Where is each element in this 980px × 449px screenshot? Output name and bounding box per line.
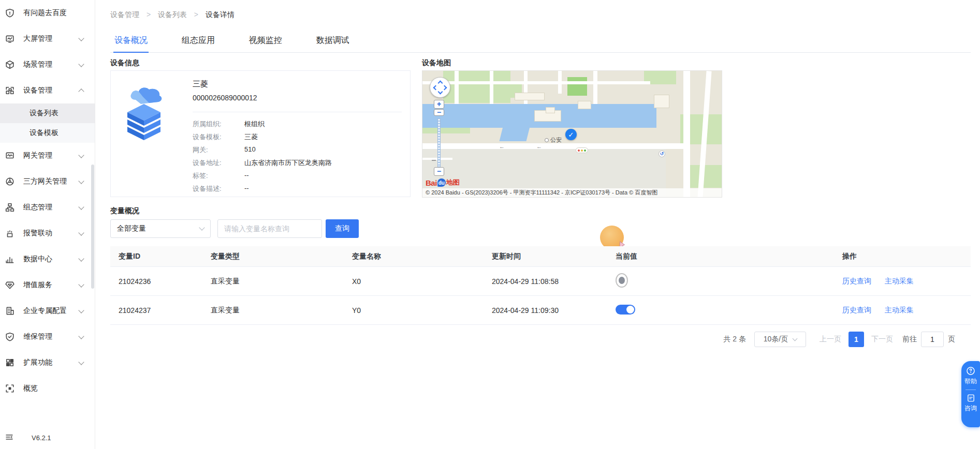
- map-poi-police: 公安: [545, 136, 562, 144]
- zoom-out-button[interactable]: −: [434, 109, 444, 116]
- pan-right-icon[interactable]: [442, 85, 447, 91]
- zoom-out-bottom-button[interactable]: −: [434, 167, 444, 176]
- zoom-in-button[interactable]: +: [434, 100, 444, 109]
- map-green-area: [690, 165, 722, 188]
- page-number-button[interactable]: 1: [849, 332, 864, 347]
- sidebar-item-value-service[interactable]: 增值服务: [0, 272, 95, 298]
- sidebar-scrollbar[interactable]: [91, 164, 94, 289]
- active-collect-link[interactable]: 主动采集: [885, 277, 914, 285]
- goto-page-input[interactable]: [921, 332, 944, 347]
- sidebar-item-extension[interactable]: 扩展功能: [0, 350, 95, 376]
- device-map-title: 设备地图: [422, 58, 451, 68]
- map-water: [500, 127, 530, 141]
- sidebar-item-label: 场景管理: [23, 60, 52, 69]
- pan-down-icon[interactable]: [438, 89, 443, 95]
- col-header-current-value: 当前值: [607, 252, 834, 261]
- sidebar-item-third-gateway[interactable]: 三方网关管理: [0, 169, 95, 194]
- value-toggle-off[interactable]: [616, 273, 628, 288]
- sidebar-subitem-label: 设备模板: [30, 128, 58, 138]
- sidebar-item-big-screen[interactable]: 大屏管理: [0, 26, 95, 52]
- sidebar-item-maintenance[interactable]: 维保管理: [0, 324, 95, 350]
- field-value: --: [244, 184, 249, 193]
- map-green-area: [422, 128, 470, 133]
- overview-scan-icon: [5, 384, 14, 393]
- map-road: [455, 71, 459, 104]
- cell-current-value: [607, 305, 834, 316]
- pan-up-icon[interactable]: [438, 81, 443, 86]
- map-road: [422, 143, 686, 149]
- chevron-down-icon: [78, 35, 84, 41]
- sidebar-item-configuration[interactable]: 组态管理: [0, 194, 95, 220]
- variables-table: 变量ID 变量类型 变量名称 更新时间 当前值 操作 21024236 直采变量…: [110, 246, 971, 325]
- shield-question-icon: [5, 8, 14, 18]
- history-query-link[interactable]: 历史查询: [842, 306, 871, 314]
- prev-page-button[interactable]: 上一页: [820, 335, 841, 344]
- tab-device-overview[interactable]: 设备概况: [113, 30, 149, 53]
- tab-configuration-app[interactable]: 组态应用: [181, 30, 216, 53]
- baidu-map[interactable]: ← ← 公安 ✓ ↺ + − − Bai du 地图 © 2024 Baidu …: [422, 70, 722, 198]
- info-field-template: 设备模板: 三菱: [193, 132, 258, 142]
- map-pan-control[interactable]: [430, 77, 450, 98]
- info-field-gateway: 网关: 510: [193, 145, 256, 155]
- cell-variable-name: X0: [344, 277, 484, 286]
- breadcrumb-item[interactable]: 设备管理: [110, 10, 139, 19]
- map-road: [683, 71, 690, 198]
- sidebar-item-label: 维保管理: [23, 332, 52, 341]
- history-query-link[interactable]: 历史查询: [842, 277, 871, 285]
- sidebar-item-scene[interactable]: 场景管理: [0, 52, 95, 78]
- sidebar-item-baidu-help[interactable]: 有问题去百度: [0, 0, 95, 26]
- chevron-down-icon: [78, 333, 84, 339]
- variables-title: 变量概况: [110, 206, 139, 216]
- road-arrow-icon: ←: [536, 143, 542, 149]
- value-toggle-on[interactable]: [616, 305, 635, 315]
- col-header-name: 变量名称: [344, 252, 484, 261]
- next-page-button[interactable]: 下一页: [871, 335, 893, 344]
- sidebar-item-overview[interactable]: 概览: [0, 376, 95, 401]
- sidebar-item-enterprise[interactable]: 企业专属配置: [0, 298, 95, 324]
- breadcrumb-item[interactable]: 设备列表: [158, 10, 187, 19]
- sidebar-item-gateway[interactable]: 网关管理: [0, 143, 95, 169]
- sidebar-subitem-device-template[interactable]: 设备模板: [0, 123, 95, 143]
- cell-variable-id: 21024237: [110, 306, 202, 315]
- sidebar-item-data-center[interactable]: 数据中心: [0, 246, 95, 272]
- baidu-logo-text: Bai: [426, 178, 437, 187]
- total-count: 共 2 条: [723, 335, 746, 344]
- variable-type-select[interactable]: 全部变量: [110, 219, 211, 238]
- field-value: 根组织: [244, 119, 265, 129]
- sidebar-item-alarm[interactable]: 报警联动: [0, 220, 95, 246]
- tab-data-debug[interactable]: 数据调试: [315, 30, 350, 53]
- variable-search-input[interactable]: [217, 219, 322, 238]
- third-gateway-icon: [5, 177, 14, 186]
- poi-dot-icon: [545, 138, 549, 142]
- map-building: [578, 101, 591, 109]
- table-header-row: 变量ID 变量类型 变量名称 更新时间 当前值 操作: [110, 246, 971, 267]
- question-circle-icon[interactable]: [966, 366, 975, 376]
- floating-help-widget: 帮助 咨询: [961, 361, 980, 427]
- map-marker-icon[interactable]: ✓: [565, 129, 577, 140]
- cell-updated-time: 2024-04-29 11:09:30: [484, 306, 607, 315]
- info-field-address: 设备地址: 山东省济南市历下区龙奥南路: [193, 158, 332, 168]
- shield-check-icon: [5, 332, 14, 341]
- sidebar-subitem-device-list[interactable]: 设备列表: [0, 103, 95, 123]
- consult-doc-icon[interactable]: [967, 394, 975, 402]
- pan-left-icon[interactable]: [433, 85, 438, 91]
- chevron-down-icon: [78, 152, 84, 158]
- query-button[interactable]: 查询: [326, 219, 359, 238]
- tab-video-monitor[interactable]: 视频监控: [248, 30, 283, 53]
- sidebar-item-device[interactable]: 设备管理: [0, 78, 95, 103]
- map-road: [558, 71, 562, 94]
- help-button[interactable]: 帮助: [964, 377, 977, 386]
- map-building: [546, 107, 555, 113]
- collapse-menu-icon[interactable]: [5, 433, 13, 443]
- breadcrumb-separator: >: [147, 10, 151, 19]
- zoom-slider[interactable]: [437, 118, 441, 167]
- page-size-select[interactable]: 10条/页: [754, 332, 806, 347]
- active-collect-link[interactable]: 主动采集: [885, 306, 914, 314]
- chevron-up-icon: [78, 88, 84, 94]
- cell-actions: 历史查询 主动采集: [834, 306, 971, 315]
- baidu-logo: Bai du 地图: [426, 178, 460, 187]
- cell-actions: 历史查询 主动采集: [834, 277, 971, 286]
- sidebar-item-label: 增值服务: [23, 280, 52, 290]
- consult-button[interactable]: 咨询: [964, 404, 977, 413]
- field-value: 山东省济南市历下区龙奥南路: [244, 158, 332, 168]
